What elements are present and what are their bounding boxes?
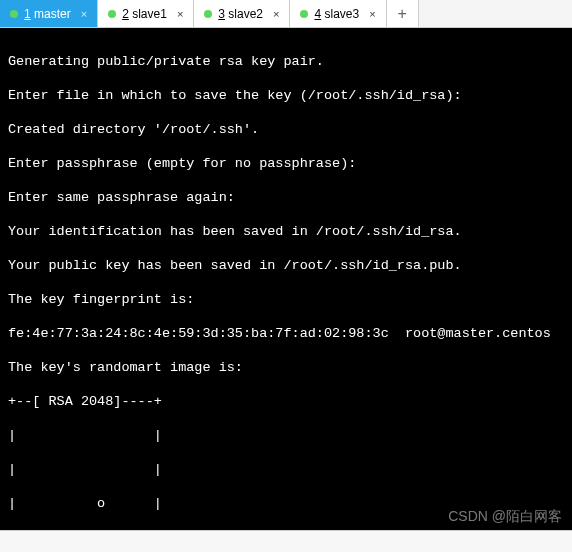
status-dot-icon [300,10,308,18]
tab-number: 3 slave2 [218,7,263,21]
terminal-line: Your public key has been saved in /root/… [8,257,564,274]
status-dot-icon [108,10,116,18]
tab-number: 2 slave1 [122,7,167,21]
tab-slave2[interactable]: 3 slave2 × [194,0,290,27]
tab-slave3[interactable]: 4 slave3 × [290,0,386,27]
terminal-line: The key's randomart image is: [8,359,564,376]
tab-slave1[interactable]: 2 slave1 × [98,0,194,27]
terminal-line: Enter same passphrase again: [8,189,564,206]
terminal-line: | | [8,461,564,478]
terminal-line: +--[ RSA 2048]----+ [8,393,564,410]
terminal-line: | o | [8,495,564,512]
terminal-line: | . o . | [8,529,564,530]
close-icon[interactable]: × [81,8,87,20]
tab-master[interactable]: 1 master × [0,0,98,27]
tab-number: 1 master [24,7,71,21]
terminal-line: Enter passphrase (empty for no passphras… [8,155,564,172]
terminal-line: Enter file in which to save the key (/ro… [8,87,564,104]
terminal-line: Created directory '/root/.ssh'. [8,121,564,138]
terminal-line: fe:4e:77:3a:24:8c:4e:59:3d:35:ba:7f:ad:0… [8,325,564,342]
status-bar [0,530,572,552]
terminal-output[interactable]: Generating public/private rsa key pair. … [0,28,572,530]
tab-number: 4 slave3 [314,7,359,21]
add-tab-button[interactable]: + [387,0,419,27]
close-icon[interactable]: × [273,8,279,20]
terminal-line: | | [8,427,564,444]
terminal-line: The key fingerprint is: [8,291,564,308]
terminal-line: Your identification has been saved in /r… [8,223,564,240]
terminal-line: Generating public/private rsa key pair. [8,53,564,70]
close-icon[interactable]: × [177,8,183,20]
status-dot-icon [10,10,18,18]
tab-bar: 1 master × 2 slave1 × 3 slave2 × 4 slave… [0,0,572,28]
status-dot-icon [204,10,212,18]
close-icon[interactable]: × [369,8,375,20]
